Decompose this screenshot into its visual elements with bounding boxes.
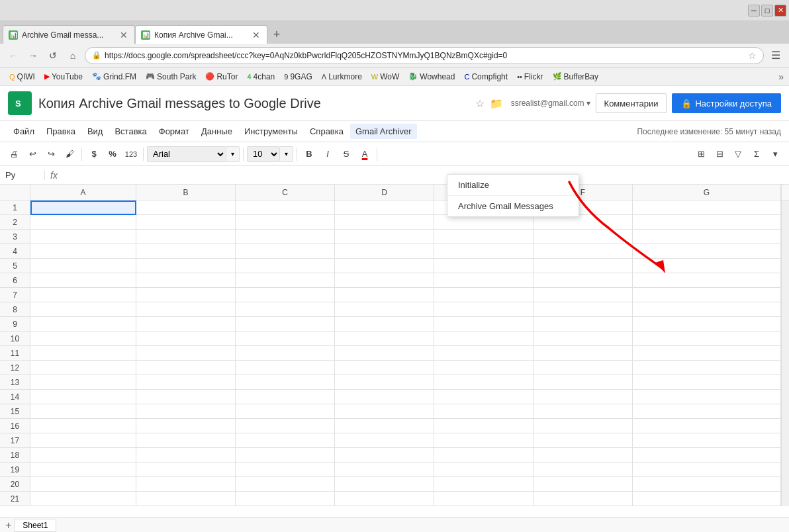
cell-C15[interactable] [236, 404, 335, 419]
format-paint-button[interactable]: 🖌 [61, 146, 78, 163]
cell-A6[interactable] [30, 273, 136, 288]
font-family-dropdown[interactable]: ▾ [226, 146, 240, 162]
cell-A16[interactable] [30, 419, 136, 433]
cell-B9[interactable] [136, 317, 236, 332]
cell-G6[interactable] [633, 273, 781, 288]
browser-menu-button[interactable]: ☰ [768, 48, 784, 64]
cell-G12[interactable] [633, 361, 781, 375]
cell-E10[interactable] [434, 332, 534, 346]
cell-C3[interactable] [236, 230, 335, 244]
bookmark-wow[interactable]: W WoW [367, 71, 404, 83]
cell-A10[interactable] [30, 332, 136, 346]
row-num-17[interactable]: 17 [0, 433, 30, 448]
cell-F10[interactable] [534, 332, 633, 346]
cell-A5[interactable] [30, 259, 136, 273]
bookmark-9gag[interactable]: 9 9GAG [280, 71, 316, 83]
cell-A8[interactable] [30, 302, 136, 317]
row-num-3[interactable]: 3 [0, 230, 30, 244]
cell-F5[interactable] [534, 259, 633, 273]
cell-D11[interactable] [335, 346, 434, 361]
cell-C12[interactable] [236, 361, 335, 375]
filter-button[interactable]: ▽ [729, 146, 747, 163]
row-num-2[interactable]: 2 [0, 215, 30, 230]
cell-C18[interactable] [236, 448, 335, 463]
cell-E13[interactable] [434, 375, 534, 390]
menu-tools[interactable]: Инструменты [239, 124, 303, 139]
cell-A3[interactable] [30, 230, 136, 244]
bookmark-flickr[interactable]: •• Flickr [513, 71, 547, 83]
cell-B5[interactable] [136, 259, 236, 273]
cell-E21[interactable] [434, 492, 534, 506]
col-header-C[interactable]: C [236, 185, 335, 200]
col-header-D[interactable]: D [335, 185, 434, 200]
cell-C13[interactable] [236, 375, 335, 390]
new-tab-button[interactable]: + [267, 25, 286, 44]
tab-1[interactable]: 📊 Archive Gmail messa... ✕ [3, 25, 135, 44]
cell-E14[interactable] [434, 390, 534, 404]
cell-F20[interactable] [534, 477, 633, 492]
cell-A20[interactable] [30, 477, 136, 492]
cell-A21[interactable] [30, 492, 136, 506]
cell-B1[interactable] [136, 200, 236, 215]
menu-insert[interactable]: Вставка [109, 124, 152, 139]
add-sheet-button[interactable]: + [5, 519, 11, 531]
cell-F4[interactable] [534, 244, 633, 259]
url-bar[interactable]: 🔒 https://docs.google.com/spreadsheet/cc… [85, 47, 764, 64]
cell-G10[interactable] [633, 332, 781, 346]
dropdown-archive-gmail[interactable]: Archive Gmail Messages [447, 196, 579, 216]
cell-E5[interactable] [434, 259, 534, 273]
cell-A11[interactable] [30, 346, 136, 361]
cell-D5[interactable] [335, 259, 434, 273]
cell-G18[interactable] [633, 448, 781, 463]
redo-button[interactable]: ↪ [42, 146, 60, 163]
cell-C4[interactable] [236, 244, 335, 259]
home-button[interactable]: ⌂ [65, 48, 81, 64]
number-format-button[interactable]: 123 [122, 146, 140, 163]
cell-C21[interactable] [236, 492, 335, 506]
cell-C8[interactable] [236, 302, 335, 317]
bookmark-qiwi[interactable]: Q QIWI [5, 71, 39, 83]
bookmark-rutor[interactable]: 🔴 RuTor [201, 71, 242, 83]
cell-E15[interactable] [434, 404, 534, 419]
menu-help[interactable]: Справка [304, 124, 349, 139]
cell-E17[interactable] [434, 433, 534, 448]
cell-G16[interactable] [633, 419, 781, 433]
bookmark-4chan[interactable]: 4 4chan [243, 71, 279, 83]
sum-button[interactable]: Σ [748, 146, 765, 163]
cell-B4[interactable] [136, 244, 236, 259]
cell-D10[interactable] [335, 332, 434, 346]
cell-G7[interactable] [633, 288, 781, 302]
col-header-G[interactable]: G [633, 185, 781, 200]
menu-edit[interactable]: Правка [41, 124, 81, 139]
print-button[interactable]: 🖨 [5, 146, 23, 163]
cell-D19[interactable] [335, 463, 434, 477]
cell-A18[interactable] [30, 448, 136, 463]
undo-button[interactable]: ↩ [24, 146, 41, 163]
row-num-1[interactable]: 1 [0, 200, 30, 215]
minimize-button[interactable]: ─ [748, 5, 760, 17]
row-num-19[interactable]: 19 [0, 463, 30, 477]
row-num-20[interactable]: 20 [0, 477, 30, 492]
cell-C14[interactable] [236, 390, 335, 404]
cell-D20[interactable] [335, 477, 434, 492]
cell-D21[interactable] [335, 492, 434, 506]
menu-view[interactable]: Вид [82, 124, 109, 139]
reload-button[interactable]: ↺ [45, 48, 61, 64]
cell-A9[interactable] [30, 317, 136, 332]
cell-C16[interactable] [236, 419, 335, 433]
bold-button[interactable]: B [301, 146, 318, 163]
row-num-4[interactable]: 4 [0, 244, 30, 259]
cell-D7[interactable] [335, 288, 434, 302]
row-num-10[interactable]: 10 [0, 332, 30, 346]
cell-B18[interactable] [136, 448, 236, 463]
cell-E4[interactable] [434, 244, 534, 259]
cell-G21[interactable] [633, 492, 781, 506]
cell-C11[interactable] [236, 346, 335, 361]
cell-E12[interactable] [434, 361, 534, 375]
cell-A4[interactable] [30, 244, 136, 259]
cell-E9[interactable] [434, 317, 534, 332]
row-num-7[interactable]: 7 [0, 288, 30, 302]
cell-C10[interactable] [236, 332, 335, 346]
cell-F18[interactable] [534, 448, 633, 463]
strikethrough-button[interactable]: S [338, 146, 355, 163]
